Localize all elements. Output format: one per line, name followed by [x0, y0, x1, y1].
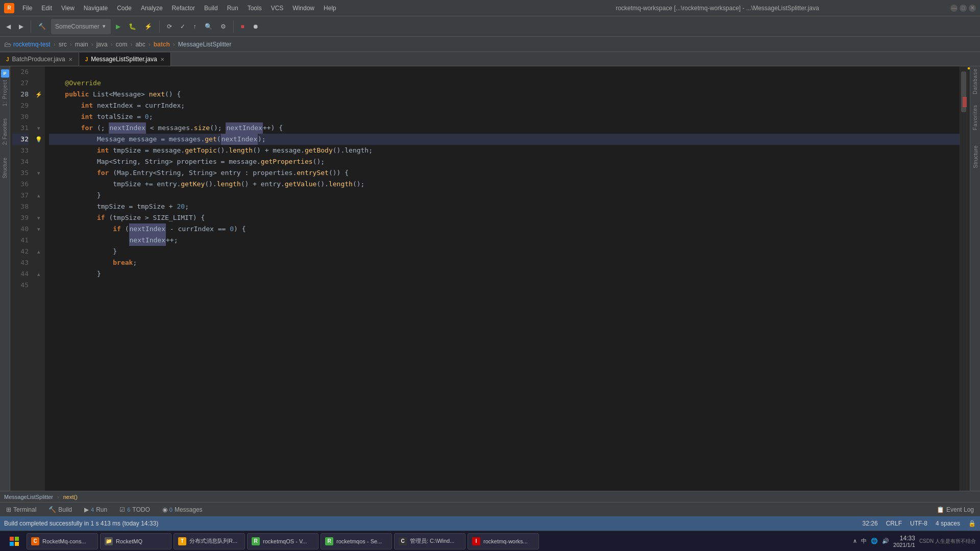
- menu-analyze[interactable]: Analyze: [137, 3, 167, 14]
- bc-java[interactable]: java: [96, 41, 108, 48]
- menu-run[interactable]: Run: [223, 3, 242, 14]
- bc-code-class[interactable]: MessageListSplitter: [4, 494, 53, 500]
- cursor-position[interactable]: 32:26: [863, 520, 878, 527]
- toolbar-search[interactable]: 🔍: [202, 19, 215, 34]
- tab-terminal[interactable]: ⊞ Terminal: [3, 503, 39, 517]
- toolbar-record[interactable]: ⏺: [250, 19, 262, 34]
- tab-close-2[interactable]: ✕: [160, 57, 164, 62]
- gutter-42-fold[interactable]: ▴: [33, 246, 45, 257]
- line-ending[interactable]: CRLF: [886, 520, 902, 527]
- toolbar-settings[interactable]: ⚙: [217, 19, 229, 34]
- highlight-nextIndex-40: nextIndex: [129, 223, 166, 235]
- bc-project[interactable]: rocketmq-test: [13, 41, 51, 48]
- tray-network[interactable]: 🌐: [871, 538, 878, 544]
- gutter-35[interactable]: ▾: [33, 167, 45, 179]
- menu-help[interactable]: Help: [320, 3, 340, 14]
- taskbar-rocketmq[interactable]: 📁 RocketMQ: [100, 533, 172, 549]
- tab-todo[interactable]: ☑ 6 TODO: [116, 503, 153, 517]
- panel-favorites[interactable]: Favorites: [972, 105, 978, 130]
- toolbar-stop[interactable]: ■: [238, 19, 248, 34]
- close-button[interactable]: ✕: [969, 5, 976, 12]
- toolbar-forward[interactable]: ▶: [16, 19, 27, 34]
- bc-com[interactable]: com: [116, 41, 128, 48]
- code-line-45: [49, 280, 960, 291]
- taskbar-cmd[interactable]: C 管理员: C:\Wind...: [394, 533, 465, 549]
- indent[interactable]: 4 spaces: [936, 520, 960, 527]
- gutter-32: 💡: [33, 134, 45, 145]
- tab-build[interactable]: 🔨 Build: [45, 503, 75, 517]
- line-num-29: 29: [12, 100, 29, 111]
- menu-code[interactable]: Code: [113, 3, 136, 14]
- gutter-29: [33, 100, 45, 111]
- menu-file[interactable]: File: [18, 3, 36, 14]
- bc-src[interactable]: src: [59, 41, 67, 48]
- panel-1-label[interactable]: 1: Project: [2, 80, 8, 106]
- highlight-nextIndex-31b: nextIndex: [226, 122, 262, 134]
- tab-message-list-splitter[interactable]: J MessageListSplitter.java ✕: [79, 53, 171, 66]
- code-line-26: [49, 66, 960, 78]
- code-line-33: int tmpSize = message. getTopic (). leng…: [49, 145, 960, 156]
- menu-refactor[interactable]: Refactor: [168, 3, 199, 14]
- code-content[interactable]: @Override public List < Message > next (…: [45, 66, 960, 491]
- event-log-tab[interactable]: 📋 Event Log: [934, 503, 977, 517]
- start-button[interactable]: [4, 533, 24, 549]
- highlight-nextIndex-31: nextIndex: [109, 122, 145, 134]
- menu-navigate[interactable]: Navigate: [80, 3, 112, 14]
- panel-2-label[interactable]: 2: Favorites: [2, 118, 8, 145]
- tab-messages[interactable]: ◉ 0 Messages: [159, 503, 206, 517]
- toolbar-build[interactable]: 🔨: [35, 19, 49, 34]
- toolbar-coverage[interactable]: ⚡: [141, 19, 155, 34]
- tray-up-arrow[interactable]: ∧: [853, 538, 857, 544]
- toolbar-vcs-update[interactable]: ⟳: [164, 19, 175, 34]
- gutter-40[interactable]: ▾: [33, 223, 45, 235]
- code-editor[interactable]: 26 27 28 29 30 31 32 33 34 35 36 37 38 3…: [10, 66, 970, 491]
- taskbar-word[interactable]: T 分布式消息队列R...: [174, 533, 245, 549]
- panel-structure-label[interactable]: Structure: [2, 158, 8, 179]
- tray-time[interactable]: 14:33 2021/1/1: [893, 535, 915, 548]
- toolbar-back[interactable]: ◀: [3, 19, 14, 34]
- gutter-39[interactable]: ▾: [33, 212, 45, 223]
- line-num-41: 41: [12, 235, 29, 246]
- maximize-button[interactable]: □: [960, 5, 967, 12]
- gutter-44-fold[interactable]: ▴: [33, 268, 45, 280]
- tab-close-1[interactable]: ✕: [68, 57, 72, 62]
- tray-lang[interactable]: 中: [861, 537, 867, 545]
- line-num-28: 28: [12, 89, 29, 100]
- toolbar-vcs-commit[interactable]: ✓: [177, 19, 188, 34]
- panel-database[interactable]: Database: [972, 68, 978, 94]
- panel-structure-right[interactable]: Structure: [972, 145, 978, 168]
- toolbar-debug[interactable]: 🐛: [126, 19, 139, 34]
- tab-batch-producer[interactable]: J BatchProducer.java ✕: [0, 53, 79, 66]
- menu-edit[interactable]: Edit: [37, 3, 56, 14]
- bc-abc[interactable]: abc: [135, 41, 145, 48]
- scrollbar[interactable]: [960, 66, 967, 491]
- run-config-chevron[interactable]: ▼: [102, 23, 107, 29]
- bc-main[interactable]: main: [75, 41, 88, 48]
- taskbar-intellij[interactable]: I rocketmq-works...: [468, 533, 539, 549]
- menu-tools[interactable]: Tools: [243, 3, 266, 14]
- highlight-nextIndex-41: nextIndex: [129, 235, 166, 246]
- menu-vcs[interactable]: VCS: [267, 3, 288, 14]
- toolbar-run-config[interactable]: SomeConsumer ▼: [51, 19, 111, 34]
- tab-run[interactable]: ▶ 4 Run: [81, 503, 110, 517]
- menu-build[interactable]: Build: [200, 3, 222, 14]
- menu-view[interactable]: View: [57, 3, 79, 14]
- gutter-37-fold[interactable]: ▴: [33, 190, 45, 201]
- gutter-31[interactable]: ▾: [33, 122, 45, 134]
- bc-code-method[interactable]: next(): [63, 494, 78, 500]
- svg-rect-1: [15, 537, 19, 541]
- tray-volume[interactable]: 🔊: [882, 538, 889, 544]
- left-panel-strip: P 1: Project 2: Favorites Structure: [0, 66, 10, 491]
- line-num-39: 39: [12, 212, 29, 223]
- taskbar-rocketmq-se[interactable]: R rocketmqos - Se...: [321, 533, 392, 549]
- menu-window[interactable]: Window: [288, 3, 318, 14]
- encoding[interactable]: UTF-8: [910, 520, 927, 527]
- toolbar-vcs-push[interactable]: ↑: [190, 19, 200, 34]
- toolbar-run[interactable]: ▶: [113, 19, 124, 34]
- taskbar-rocketmq-v[interactable]: R rocketmqOS - V...: [247, 533, 318, 549]
- minimize-button[interactable]: —: [950, 5, 958, 12]
- bc-batch[interactable]: batch: [154, 41, 170, 48]
- annotation-override: @Override: [49, 78, 101, 89]
- taskbar-chrome[interactable]: C RocketMq-cons...: [27, 533, 98, 549]
- bc-class[interactable]: MessageListSplitter: [178, 41, 232, 48]
